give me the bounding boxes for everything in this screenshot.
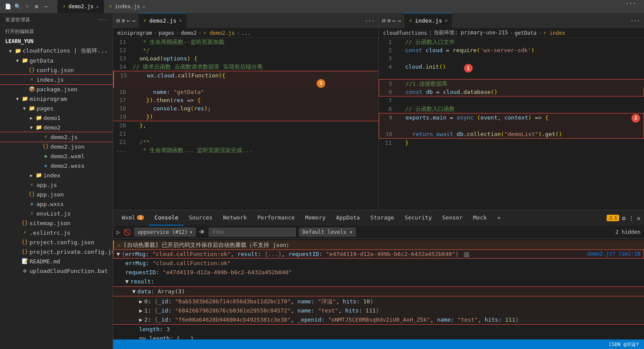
- sidebar-item-config-json[interactable]: {} config.json: [0, 65, 113, 75]
- sidebar-item-cloudfunctions[interactable]: ▼ 📁 cloudfunctions | 当前环...: [0, 46, 113, 56]
- tab-sources[interactable]: Sources: [184, 210, 218, 226]
- sidebar-item-appwxss[interactable]: ◈ app.wxss: [0, 199, 113, 209]
- breadcrumb-getdata[interactable]: getData: [514, 30, 537, 36]
- open-editors-label[interactable]: 打开的编辑器: [0, 27, 113, 37]
- sidebar-item-readmemd[interactable]: 📝 README.md: [0, 256, 113, 266]
- sidebar-item-index-folder[interactable]: ▶ 📁 index: [0, 170, 113, 180]
- editor-more-icon-2[interactable]: ···: [627, 17, 644, 24]
- tree-item-label: demo2: [43, 124, 60, 131]
- expand-data-icon[interactable]: ▼: [132, 287, 136, 296]
- sidebar-item-package-json[interactable]: 📦 package.json: [0, 84, 113, 94]
- tabs-more-button[interactable]: ···: [622, 0, 640, 13]
- more-icon[interactable]: ⋯: [43, 3, 50, 10]
- expand-item2-icon[interactable]: ▶: [139, 316, 143, 324]
- console-filter-input[interactable]: [209, 228, 296, 236]
- split-view-icon-2[interactable]: ⊟: [382, 17, 386, 24]
- tab-wxml[interactable]: Wxml 1: [117, 210, 149, 226]
- nav-fwd-icon-2[interactable]: →: [397, 17, 401, 24]
- tab-demo2js-editor[interactable]: ⚡ demo2.js ✕: [139, 13, 187, 28]
- sidebar-more-button[interactable]: ···: [98, 17, 107, 23]
- sidebar-item-uploadcloudfunction[interactable]: ⚙ uploadCloudFunction.bat: [0, 266, 113, 276]
- tab-indexjs-editor[interactable]: ⚡ index.js ✕: [404, 13, 452, 28]
- root-label[interactable]: LEARN_YUN: [0, 37, 113, 46]
- expand-item0-icon[interactable]: ▶: [139, 297, 143, 306]
- breadcrumb-cloudfunctions[interactable]: cloudfunctions: [383, 30, 427, 36]
- console-item1-line[interactable]: ▶ 1: {_id: "68426679628b76cb0361e29558c8…: [113, 306, 644, 315]
- expand-item1-icon[interactable]: ▶: [139, 306, 143, 315]
- sidebar-item-pages[interactable]: ▼ 📁 pages: [0, 103, 113, 113]
- sidebar-item-envlistjs[interactable]: ⚡ envList.js: [0, 209, 113, 218]
- sidebar-item-index-js[interactable]: ⚡ index.js: [0, 75, 113, 84]
- tree-item-label: sitemap.json: [30, 220, 70, 226]
- tab-demo2js-close[interactable]: ✕: [96, 4, 99, 9]
- sidebar-item-eslintjs[interactable]: ⚡ .eslintrc.js: [0, 228, 113, 237]
- sidebar-item-projectconfigjson[interactable]: {} project.config.json: [0, 237, 113, 247]
- tab-performance[interactable]: Performance: [252, 210, 300, 226]
- tab-network[interactable]: Network: [218, 210, 252, 226]
- expand-result-icon[interactable]: ▼: [125, 277, 129, 286]
- sidebar-item-getData[interactable]: ▼ 📁 getData: [0, 56, 113, 65]
- sidebar-item-miniprogram[interactable]: ▼ 📁 miniprogram: [0, 94, 113, 103]
- breadcrumb-index-file[interactable]: ⚡ index: [543, 30, 565, 36]
- clear-icon[interactable]: 🚫: [123, 229, 131, 236]
- sidebar-item-appjson[interactable]: {} app.json: [0, 189, 113, 199]
- sidebar-item-demo1[interactable]: ▶ 📁 demo1: [0, 113, 113, 123]
- sidebar-item-demo2js[interactable]: ⚡ demo2.js: [0, 132, 113, 142]
- editor-split: ⊟ ≡ ← → ⚡ demo2.js ✕ ···: [113, 13, 644, 349]
- nav-back-icon-2[interactable]: ←: [393, 17, 396, 24]
- breadcrumb-demo2[interactable]: demo2: [181, 30, 197, 36]
- tab-storage[interactable]: Storage: [365, 210, 400, 226]
- tab-memory[interactable]: Memory: [300, 210, 331, 226]
- sidebar-item-sitemapjson[interactable]: {} sitemap.json: [0, 218, 113, 228]
- code-editor-indexjs[interactable]: 1 // 云函数入口文件 2 const cloud = require('wx…: [379, 38, 644, 210]
- tree-item-label: project.config.json: [30, 239, 94, 246]
- close-devtools-icon[interactable]: ✕: [637, 215, 641, 222]
- breadcrumb-nav-icon-2[interactable]: ≡: [387, 17, 391, 24]
- sidebar-item-demo2[interactable]: ▼ 📁 demo2: [0, 123, 113, 132]
- grid-icon[interactable]: ⊞: [33, 3, 40, 10]
- code-editor-demo2js[interactable]: 11 * 生命周期函数--监听页面加载 12 */ 13 onLoad(opti…: [113, 38, 378, 210]
- breadcrumb-miniprogram[interactable]: miniprogram: [117, 30, 152, 36]
- breadcrumb-nav-icon[interactable]: ≡: [122, 17, 125, 24]
- tab-close-icon-2[interactable]: ✕: [445, 18, 448, 23]
- sidebar-item-demo2json[interactable]: {} demo2.json: [0, 142, 113, 151]
- tab-console[interactable]: Console: [149, 210, 184, 226]
- breadcrumb-demo2js-file[interactable]: ⚡ demo2.js: [203, 30, 234, 36]
- breadcrumb-env[interactable]: 当前环境: primary-use-215: [434, 29, 508, 37]
- tab-appdata[interactable]: AppData: [331, 210, 365, 226]
- settings-icon[interactable]: ⚙: [622, 215, 625, 222]
- console-item0-line[interactable]: ▶ 0: {_id: "0ab5303b628b714c056d3ba11d2b…: [113, 297, 644, 306]
- breadcrumb-pages[interactable]: pages: [159, 30, 174, 36]
- split-view-icon[interactable]: ⊟: [117, 17, 120, 24]
- console-item2-line[interactable]: ▶ 2: {_id: "f6e08a64628b946004cb4925381c…: [113, 315, 644, 325]
- sidebar-item-appjs[interactable]: ⚡ app.js: [0, 180, 113, 189]
- console-object-line[interactable]: ▼ {errMsg: "cloud.callFunction:ok", resu…: [113, 249, 644, 259]
- context-selector[interactable]: appservice (#12) ▾: [134, 228, 196, 236]
- git-icon[interactable]: ⑂: [23, 3, 30, 10]
- search-icon[interactable]: 🔍: [14, 3, 21, 10]
- new-file-icon[interactable]: 📄: [4, 3, 11, 10]
- tab-close-icon[interactable]: ✕: [179, 18, 182, 23]
- console-result-line[interactable]: ▼ result:: [113, 277, 644, 286]
- run-icon[interactable]: ▷: [117, 229, 120, 236]
- tab-more[interactable]: »: [492, 210, 506, 226]
- nav-back-icon[interactable]: ←: [127, 17, 130, 24]
- sidebar-item-demo2wxss[interactable]: ◈ demo2.wxss: [0, 161, 113, 170]
- sidebar-item-demo2wxml[interactable]: ◈ demo2.wxml: [0, 151, 113, 161]
- kebab-menu-icon[interactable]: ⋮: [628, 215, 634, 222]
- tab-security[interactable]: Security: [399, 210, 437, 226]
- editor-more-icon[interactable]: ···: [361, 17, 378, 24]
- tab-indexjs[interactable]: ⚡ index.js ✕: [104, 0, 150, 13]
- eye-icon[interactable]: 👁: [199, 229, 205, 236]
- expand-icon[interactable]: ▼: [117, 250, 120, 258]
- tab-mock[interactable]: Mock: [468, 210, 492, 226]
- sidebar-item-projectprivatejson[interactable]: {} project.private.config.json: [0, 247, 113, 256]
- console-location[interactable]: demo2.js? [sm]:18: [587, 250, 641, 258]
- tab-indexjs-close[interactable]: ✕: [143, 4, 145, 9]
- console-data-line[interactable]: ▼ data: Array(3): [113, 287, 644, 296]
- tab-demo2js[interactable]: ⚡ demo2.js ✕: [57, 0, 104, 13]
- default-levels-selector[interactable]: Default levels ▾: [299, 228, 356, 236]
- nav-fwd-icon[interactable]: →: [132, 17, 135, 24]
- tab-sensor[interactable]: Sensor: [437, 210, 468, 226]
- tree-item-label: .eslintrc.js: [30, 229, 70, 236]
